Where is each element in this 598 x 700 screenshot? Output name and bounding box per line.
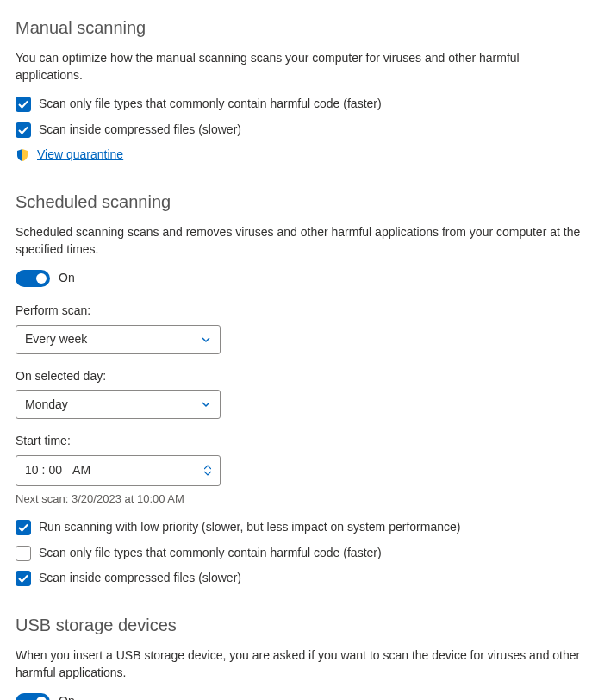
scheduled-toggle-label: On — [59, 270, 75, 287]
scheduled-filetypes-label: Scan only file types that commonly conta… — [39, 545, 382, 562]
start-min: 00 — [48, 462, 62, 479]
next-scan-note: Next scan: 3/20/2023 at 10:00 AM — [16, 491, 582, 507]
manual-compressed-row: Scan inside compressed files (slower) — [16, 122, 582, 139]
selected-day-label: On selected day: — [16, 368, 582, 385]
perform-scan-label: Perform scan: — [16, 303, 582, 320]
scheduled-scanning-desc: Scheduled scanning scans and removes vir… — [16, 224, 582, 258]
perform-scan-select[interactable]: Every week — [16, 325, 221, 354]
scheduled-compressed-checkbox[interactable] — [16, 571, 31, 586]
manual-scanning-section: Manual scanning You can optimize how the… — [16, 16, 582, 164]
scheduled-scanning-title: Scheduled scanning — [16, 190, 582, 214]
scheduled-filetypes-checkbox[interactable] — [16, 546, 31, 561]
chevron-down-icon — [201, 399, 211, 409]
start-time-value: 10 : 00 AM — [25, 462, 90, 479]
toggle-knob — [36, 697, 47, 700]
view-quarantine-link[interactable]: View quarantine — [37, 147, 123, 164]
start-time-label: Start time: — [16, 433, 582, 450]
scheduled-lowpriority-label: Run scanning with low priority (slower, … — [39, 519, 460, 536]
chevron-down-icon — [204, 471, 211, 476]
start-hour: 10 — [25, 462, 39, 479]
manual-compressed-checkbox[interactable] — [16, 122, 31, 138]
shield-icon — [16, 148, 29, 162]
selected-day-value: Monday — [25, 397, 68, 414]
scheduled-compressed-label: Scan inside compressed files (slower) — [39, 570, 241, 587]
usb-section: USB storage devices When you insert a US… — [16, 613, 582, 700]
quarantine-row: View quarantine — [16, 147, 582, 164]
check-icon — [18, 99, 28, 109]
check-icon — [18, 522, 28, 533]
chevron-up-icon — [204, 465, 211, 470]
selected-day-group: On selected day: Monday — [16, 368, 582, 420]
check-icon — [18, 573, 28, 584]
usb-desc: When you insert a USB storage device, yo… — [16, 647, 582, 681]
start-ampm: AM — [72, 462, 90, 479]
scheduled-toggle[interactable] — [16, 270, 50, 287]
selected-day-select[interactable]: Monday — [16, 390, 221, 419]
scheduled-lowpriority-row: Run scanning with low priority (slower, … — [16, 519, 582, 536]
start-time-group: Start time: 10 : 00 AM — [16, 433, 582, 486]
manual-filetypes-label: Scan only file types that commonly conta… — [39, 96, 382, 113]
scheduled-lowpriority-checkbox[interactable] — [16, 520, 31, 535]
scheduled-filetypes-row: Scan only file types that commonly conta… — [16, 545, 582, 562]
usb-toggle[interactable] — [16, 693, 50, 700]
usb-toggle-row: On — [16, 693, 582, 700]
perform-scan-group: Perform scan: Every week — [16, 303, 582, 354]
manual-filetypes-row: Scan only file types that commonly conta… — [16, 96, 582, 113]
perform-scan-value: Every week — [25, 331, 87, 348]
scheduled-compressed-row: Scan inside compressed files (slower) — [16, 570, 582, 587]
time-spinner[interactable] — [204, 465, 211, 476]
manual-compressed-label: Scan inside compressed files (slower) — [39, 122, 241, 139]
usb-title: USB storage devices — [16, 613, 582, 637]
toggle-knob — [36, 273, 47, 284]
manual-scanning-desc: You can optimize how the manual scanning… — [16, 50, 582, 84]
usb-toggle-label: On — [59, 693, 75, 700]
manual-filetypes-checkbox[interactable] — [16, 97, 31, 112]
chevron-down-icon — [201, 334, 211, 345]
start-time-input[interactable]: 10 : 00 AM — [16, 455, 221, 486]
check-icon — [18, 125, 28, 135]
scheduled-toggle-row: On — [16, 270, 582, 287]
scheduled-scanning-section: Scheduled scanning Scheduled scanning sc… — [16, 190, 582, 587]
manual-scanning-title: Manual scanning — [16, 16, 582, 40]
